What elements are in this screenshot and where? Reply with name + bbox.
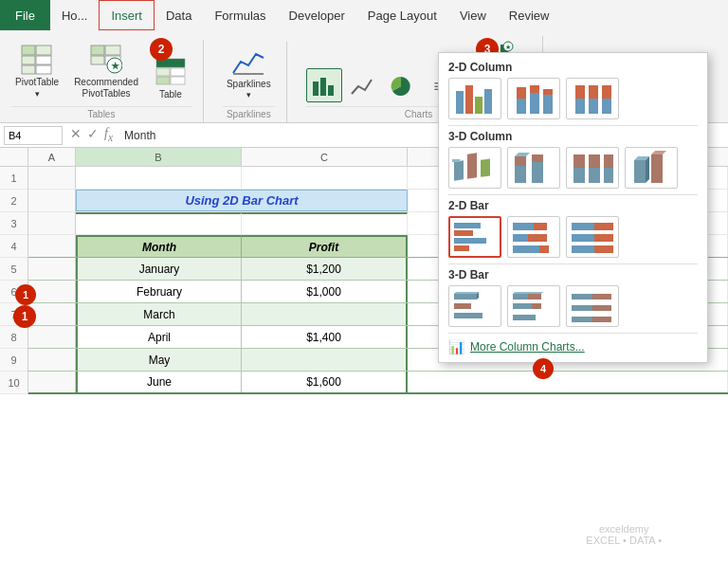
svg-rect-67 (534, 223, 547, 230)
stacked-column-item[interactable] (507, 78, 560, 119)
svg-rect-77 (594, 245, 613, 253)
menu-view[interactable]: View (448, 0, 498, 30)
clustered-column-item[interactable] (448, 78, 501, 119)
cell-a3[interactable] (28, 212, 76, 234)
cell-a8[interactable] (28, 326, 76, 348)
menu-page-layout[interactable]: Page Layout (356, 0, 448, 30)
menu-home[interactable]: Ho... (50, 0, 99, 30)
recommended-pivot-button[interactable]: ★ RecommendedPivotTables (70, 40, 142, 102)
cell-b6[interactable]: February (76, 281, 242, 302)
cell-c7[interactable] (242, 303, 408, 325)
menu-formulas[interactable]: Formulas (203, 0, 277, 30)
3d-stacked-item[interactable] (507, 147, 560, 189)
formula-divider: ✕ ✓ fx (66, 126, 117, 144)
cell-b2-merged[interactable]: Using 2D Bar Chart (76, 190, 408, 211)
cell-c10[interactable]: $1,600 (242, 372, 408, 392)
svg-rect-18 (313, 82, 318, 96)
cell-c3[interactable] (242, 212, 408, 234)
stacked-bar-item[interactable] (507, 216, 560, 258)
svg-rect-5 (36, 65, 51, 74)
svg-rect-71 (539, 245, 549, 253)
file-menu-button[interactable]: File (0, 0, 50, 30)
svg-text:★: ★ (505, 44, 511, 50)
svg-rect-40 (602, 99, 611, 114)
cell-a10[interactable] (28, 372, 76, 392)
2d-bar-section: 2-D Bar (448, 199, 698, 258)
3d-100stacked-bar-item[interactable] (566, 285, 619, 327)
100-stacked-bar-item[interactable] (566, 216, 619, 258)
cell-c5[interactable]: $1,200 (242, 258, 408, 280)
cell-a5[interactable] (28, 258, 76, 280)
svg-rect-45 (481, 158, 490, 176)
cell-c6[interactable]: $1,000 (242, 281, 408, 302)
pivot-table-button[interactable]: PivotTable▾ (11, 40, 63, 102)
cell-a4[interactable] (28, 235, 76, 257)
svg-rect-2 (22, 56, 35, 64)
cell-b8[interactable]: April (76, 326, 242, 348)
sparklines-button[interactable]: Sparklines▾ (223, 42, 275, 102)
cell-c9[interactable] (242, 349, 408, 371)
column-chart-button[interactable] (306, 68, 342, 102)
svg-rect-69 (528, 234, 547, 242)
svg-rect-34 (543, 95, 553, 114)
cell-b3[interactable] (76, 212, 242, 234)
3d-column-title: 3-D Column (448, 130, 698, 143)
cell-reference[interactable]: B4 (4, 126, 63, 145)
svg-rect-43 (452, 159, 461, 162)
col-header-b: B (76, 148, 242, 166)
svg-rect-4 (22, 65, 35, 74)
3d-100stacked-item[interactable] (566, 147, 619, 189)
menu-insert[interactable]: Insert (99, 0, 155, 30)
svg-rect-8 (91, 56, 104, 64)
cell-b1[interactable] (76, 167, 242, 189)
menu-data[interactable]: Data (155, 0, 203, 30)
menu-review[interactable]: Review (498, 0, 561, 30)
more-charts-label: More Column Charts... (470, 340, 585, 354)
svg-rect-38 (589, 99, 598, 114)
sparklines-label: Sparklines▾ (227, 79, 271, 100)
svg-rect-51 (573, 168, 585, 183)
svg-rect-50 (532, 154, 543, 162)
cell-c4[interactable]: Profit (242, 235, 408, 257)
cell-b9[interactable]: May (76, 349, 242, 371)
cell-c8[interactable]: $1,400 (242, 326, 408, 348)
bar-chart-mini-icon: 📊 (448, 339, 464, 354)
svg-rect-82 (454, 313, 482, 318)
svg-rect-47 (515, 156, 526, 166)
cell-c1[interactable] (242, 167, 408, 189)
cell-a2[interactable] (28, 190, 76, 211)
3d-stacked-bar-item[interactable] (507, 285, 560, 327)
svg-rect-33 (530, 85, 539, 93)
3d-clustered-item[interactable] (448, 147, 501, 189)
cell-b5[interactable]: January (76, 258, 242, 280)
2d-column-title: 2-D Column (448, 61, 698, 74)
pie-chart-button[interactable] (384, 70, 418, 102)
svg-rect-32 (530, 93, 539, 114)
svg-rect-52 (573, 154, 585, 168)
100-stacked-column-item[interactable] (566, 78, 619, 119)
svg-rect-29 (484, 89, 492, 114)
more-charts-link[interactable]: 📊 More Column Charts... (448, 336, 698, 358)
svg-marker-79 (454, 292, 479, 294)
svg-rect-16 (171, 77, 185, 84)
menu-developer[interactable]: Developer (278, 0, 356, 30)
cell-a1[interactable] (28, 167, 76, 189)
svg-rect-41 (602, 85, 611, 99)
cell-b7[interactable]: March (76, 303, 242, 325)
ribbon-sparklines-group: Sparklines▾ Sparklines (211, 42, 287, 122)
clustered-bar-item[interactable] (448, 216, 501, 258)
3d-clustered-bar-item[interactable] (448, 285, 501, 327)
pivot-table-label: PivotTable▾ (15, 77, 59, 100)
svg-rect-89 (572, 294, 592, 300)
cell-a9[interactable] (28, 349, 76, 371)
cell-b4[interactable]: Month (76, 235, 242, 257)
column-chart-icon (311, 72, 337, 99)
svg-rect-78 (454, 294, 477, 300)
cell-b10[interactable]: June (76, 372, 242, 392)
pivot-table-icon (20, 43, 54, 77)
line-chart-button[interactable] (346, 70, 380, 102)
row-num-2: 2 (0, 190, 27, 212)
svg-rect-37 (575, 85, 585, 99)
3d-col-item[interactable] (625, 147, 678, 189)
row-num-4: 4 (0, 235, 27, 258)
